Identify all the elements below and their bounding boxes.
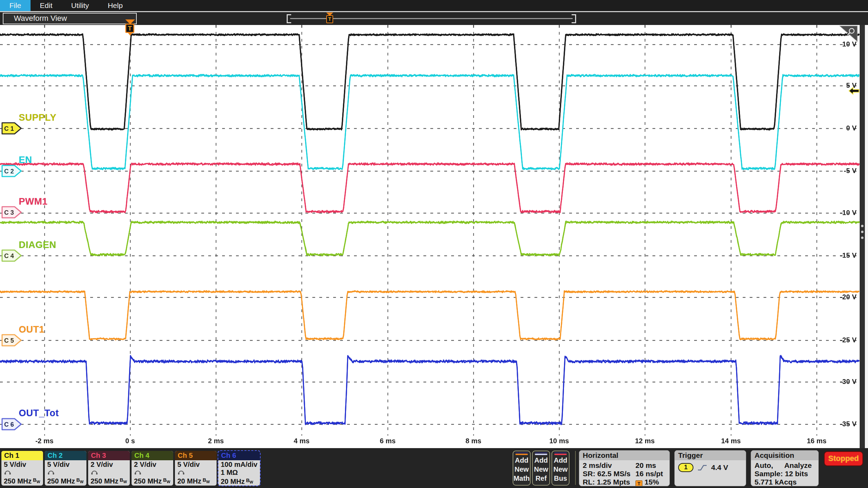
acquisition-sample: Sample: 12 bits (755, 470, 815, 478)
channel-settings-badge-ch4[interactable]: Ch 42 V/div250 MHzBW (132, 451, 173, 486)
trigger-panel[interactable]: Trigger 1 4.4 V (674, 450, 746, 486)
channel-bandwidth: 250 MHzBW (47, 476, 84, 486)
y-axis-label: -30 V (840, 378, 857, 386)
acquisition-analyze: Analyze (784, 461, 812, 470)
x-axis-label: 2 ms (208, 437, 224, 445)
record-length: RL: 1.25 Mpts (583, 478, 635, 486)
y-axis-label: -20 V (840, 293, 857, 301)
horizontal-span: 20 ms (635, 461, 666, 470)
channel-scale: 100 mA/div (221, 461, 258, 469)
overview-left-bracket-icon[interactable] (287, 14, 291, 23)
probe-icon (91, 469, 98, 475)
y-axis-label: -35 V (840, 420, 857, 428)
settings-bar: Ch 15 V/div250 MHzBWCh 25 V/div250 MHzBW… (0, 448, 868, 488)
svg-text:C 2: C 2 (4, 168, 14, 175)
tab-waveform-view[interactable]: Waveform View (3, 13, 137, 24)
channel-label-OUT_Tot: OUT_Tot (19, 408, 59, 419)
menu-item-utility[interactable]: Utility (62, 0, 98, 11)
bandwidth-limit-icon: BW (33, 477, 40, 483)
channel-settings-badge-ch2[interactable]: Ch 25 V/div250 MHzBW (45, 451, 86, 486)
bandwidth-limit-icon: BW (246, 478, 253, 483)
overview-right-bracket-icon[interactable] (572, 14, 576, 23)
channel-settings-badge-ch1[interactable]: Ch 15 V/div250 MHzBW (1, 451, 43, 486)
channel-impedance: 1 MΩ (221, 469, 258, 477)
add-new-bus-button[interactable]: AddNewBus (551, 451, 570, 486)
x-axis-label: 14 ms (721, 437, 741, 445)
channel-handle-c6[interactable]: C 6 (1, 418, 22, 431)
acquisition-overview-bar[interactable]: T (287, 14, 576, 24)
trigger-panel-title: Trigger (675, 451, 746, 460)
y-axis-label: -5 V (844, 167, 857, 175)
svg-text:C 6: C 6 (4, 421, 14, 428)
stopped-button[interactable]: Stopped (824, 451, 863, 466)
bandwidth-limit-icon: BW (163, 477, 170, 483)
channel-scale: 5 V/div (4, 461, 41, 469)
y-axis-label: 10 V (842, 40, 857, 48)
trigger-position: T15% (635, 478, 666, 486)
channel-label-DIAGEN: DIAGEN (19, 240, 56, 250)
channel-handle-c2[interactable]: C 2 (1, 164, 22, 178)
horizontal-scale: 2 ms/div (583, 461, 635, 470)
menu-item-edit[interactable]: Edit (31, 0, 62, 11)
trigger-position-icon: T (635, 480, 642, 486)
channel-handle-c4[interactable]: C 4 (1, 249, 22, 262)
svg-text:C 3: C 3 (4, 209, 14, 216)
channel-settings-badge-ch5[interactable]: Ch 55 V/div20 MHzBW (175, 451, 217, 486)
svg-text:C 1: C 1 (4, 125, 14, 132)
oscilloscope-app: { "menu": {"items": [ {"label": "File", … (0, 0, 868, 488)
channel-label-PWM1: PWM1 (19, 196, 48, 207)
horizontal-panel[interactable]: Horizontal 2 ms/div 20 ms SR: 62.5 MS/s … (579, 450, 670, 486)
vertical-scrollbar[interactable] (860, 25, 865, 448)
separator (575, 451, 576, 485)
scroll-grip-dot (861, 237, 863, 239)
channel-badge-title: Ch 6 (218, 451, 260, 460)
channel-handle-c1[interactable]: C 1 (1, 122, 22, 135)
sample-rate: SR: 62.5 MS/s (583, 470, 635, 478)
channel-settings-badge-ch3[interactable]: Ch 32 V/div250 MHzBW (88, 451, 130, 486)
scroll-grip-dot (861, 231, 863, 233)
channel-badge-title: Ch 3 (88, 451, 130, 460)
menu-item-file[interactable]: File (0, 0, 31, 11)
channel-bandwidth: 20 MHzBW (221, 477, 258, 486)
x-axis-label: -2 ms (35, 437, 53, 445)
channel-handle-c5[interactable]: C 5 (1, 334, 22, 347)
y-axis-label: 5 V (846, 82, 857, 89)
acquisition-panel-title: Acquisition (751, 451, 818, 460)
x-axis-label: 12 ms (635, 437, 655, 445)
probe-icon (47, 469, 55, 475)
channel-bandwidth: 250 MHzBW (4, 476, 41, 486)
bandwidth-limit-icon: BW (203, 477, 210, 483)
y-axis-label: -10 V (840, 209, 857, 217)
x-axis-label: 10 ms (549, 437, 569, 445)
channel-scale: 5 V/div (47, 461, 84, 469)
channel-badge-title: Ch 4 (132, 451, 173, 460)
channel-badge-title: Ch 5 (175, 451, 217, 460)
x-axis-label: 16 ms (807, 437, 827, 445)
channel-handle-c3[interactable]: C 3 (1, 206, 22, 219)
y-axis-label: -25 V (840, 336, 857, 344)
channel-scale: 2 V/div (91, 461, 127, 469)
acquisition-panel[interactable]: Acquisition Auto, Analyze Sample: 12 bit… (751, 450, 819, 486)
channel-bandwidth: 250 MHzBW (91, 476, 127, 486)
waveform-canvas[interactable] (0, 25, 860, 448)
channel-badge-title: Ch 1 (1, 451, 43, 460)
channel-scale: 5 V/div (177, 461, 214, 469)
channel-badge-title: Ch 2 (45, 451, 86, 460)
menu-bar: FileEditUtilityHelp (0, 0, 868, 12)
x-axis-label: 6 ms (380, 437, 396, 445)
channel-bandwidth: 250 MHzBW (134, 476, 171, 486)
bandwidth-limit-icon: BW (76, 477, 84, 483)
zoom-handle-icon[interactable] (840, 26, 858, 42)
menu-item-help[interactable]: Help (98, 0, 132, 11)
bandwidth-limit-icon: BW (120, 477, 127, 483)
channel-settings-badge-ch6[interactable]: Ch 6100 mA/div1 MΩ20 MHzBW (218, 451, 260, 486)
trigger-t-icon: T (326, 15, 333, 23)
x-axis-label: 0 s (125, 437, 135, 445)
channel-label-EN: EN (19, 155, 32, 165)
add-new-math-button[interactable]: AddNewMath (513, 451, 531, 486)
acquisition-count: 5.771 kAcqs (755, 478, 815, 486)
add-new-ref-button[interactable]: AddNewRef (532, 451, 550, 486)
waveform-view-area: T -2 ms0 s2 ms4 ms6 ms8 ms10 ms12 ms14 m… (0, 25, 868, 448)
trigger-t-icon: T (125, 24, 134, 33)
x-axis-label: 4 ms (294, 437, 310, 445)
